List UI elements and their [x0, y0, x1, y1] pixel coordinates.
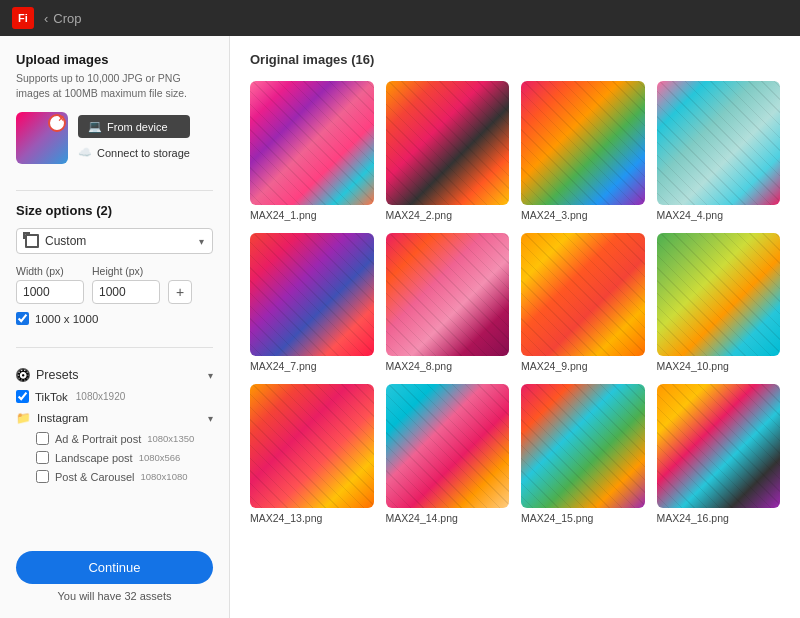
back-icon: ‹ [44, 11, 48, 26]
divider-1 [16, 190, 213, 191]
presets-section: ⚙ Presets TikTok 1080x1920 📁 Instagram [16, 364, 213, 486]
back-button[interactable]: ‹ Crop [44, 11, 82, 26]
height-input[interactable] [92, 280, 160, 304]
content-title: Original images (16) [250, 52, 780, 67]
from-device-button[interactable]: 💻 From device [78, 115, 190, 138]
continue-button[interactable]: Continue [16, 551, 213, 584]
image-thumbnail[interactable] [250, 233, 374, 357]
landscape-label: Landscape post [55, 452, 133, 464]
sidebar: Upload images Supports up to 10,000 JPG … [0, 36, 230, 618]
instagram-label: Instagram [37, 412, 88, 424]
carousel-label: Post & Carousel [55, 471, 134, 483]
tiktok-label: TikTok [35, 391, 68, 403]
topbar: Fi ‹ Crop [0, 0, 800, 36]
divider-2 [16, 347, 213, 348]
upload-thumbnail [16, 112, 68, 164]
list-item: MAX24_3.png [521, 81, 645, 221]
image-label: MAX24_10.png [657, 360, 781, 372]
size-options-section: Size options (2) Custom Width (px) Heigh… [16, 203, 213, 335]
image-thumbnail[interactable] [657, 233, 781, 357]
preset-item-instagram[interactable]: 📁 Instagram [16, 407, 213, 429]
ad-portrait-label: Ad & Portrait post [55, 433, 141, 445]
custom-dropdown[interactable]: Custom [16, 228, 213, 254]
list-item: MAX24_13.png [250, 384, 374, 524]
image-label: MAX24_13.png [250, 512, 374, 524]
assets-count: You will have 32 assets [16, 590, 213, 602]
upload-subtitle: Supports up to 10,000 JPG or PNG images … [16, 71, 213, 100]
list-item: MAX24_1.png [250, 81, 374, 221]
image-thumbnail[interactable] [521, 81, 645, 205]
dropdown-chevron-icon [199, 236, 204, 247]
custom-dropdown-left: Custom [25, 234, 86, 248]
custom-label: Custom [45, 234, 86, 248]
size-options-title: Size options (2) [16, 203, 213, 218]
presets-title: Presets [36, 368, 78, 382]
image-label: MAX24_15.png [521, 512, 645, 524]
image-thumbnail[interactable] [521, 384, 645, 508]
instagram-children: Ad & Portrait post 1080x1350 Landscape p… [16, 429, 213, 486]
image-label: MAX24_7.png [250, 360, 374, 372]
image-label: MAX24_2.png [386, 209, 510, 221]
upload-section: Upload images Supports up to 10,000 JPG … [16, 52, 213, 178]
preset-item-tiktok: TikTok 1080x1920 [16, 386, 213, 407]
from-device-label: From device [107, 121, 168, 133]
upload-buttons: 💻 From device ☁️ Connect to storage [78, 115, 190, 161]
height-label: Height (px) [92, 265, 160, 277]
image-thumbnail[interactable] [521, 233, 645, 357]
list-item: MAX24_14.png [386, 384, 510, 524]
instagram-chevron-icon [208, 413, 213, 424]
ad-portrait-size: 1080x1350 [147, 433, 194, 444]
image-thumbnail[interactable] [386, 384, 510, 508]
folder-icon: 📁 [16, 411, 31, 425]
carousel-size: 1080x1080 [140, 471, 187, 482]
connect-storage-button[interactable]: ☁️ Connect to storage [78, 144, 190, 161]
add-dimension-button[interactable]: + [168, 280, 192, 304]
image-label: MAX24_1.png [250, 209, 374, 221]
size-checkbox-row: 1000 x 1000 [16, 312, 213, 325]
image-thumbnail[interactable] [250, 384, 374, 508]
image-thumbnail[interactable] [657, 81, 781, 205]
image-label: MAX24_14.png [386, 512, 510, 524]
list-item: MAX24_9.png [521, 233, 645, 373]
size-checkbox-label: 1000 x 1000 [35, 313, 98, 325]
sidebar-footer: Continue You will have 32 assets [16, 539, 213, 602]
image-label: MAX24_9.png [521, 360, 645, 372]
presets-header-left: ⚙ Presets [16, 368, 78, 382]
image-thumbnail[interactable] [250, 81, 374, 205]
presets-chevron-icon [208, 370, 213, 381]
carousel-checkbox[interactable] [36, 470, 49, 483]
image-thumbnail[interactable] [386, 233, 510, 357]
list-item: MAX24_2.png [386, 81, 510, 221]
list-item: MAX24_8.png [386, 233, 510, 373]
image-label: MAX24_3.png [521, 209, 645, 221]
width-input[interactable] [16, 280, 84, 304]
list-item: MAX24_10.png [657, 233, 781, 373]
landscape-checkbox[interactable] [36, 451, 49, 464]
list-item: MAX24_4.png [657, 81, 781, 221]
presets-header[interactable]: ⚙ Presets [16, 364, 213, 386]
dimensions-row: Width (px) Height (px) + [16, 264, 213, 304]
topbar-title: Crop [53, 11, 81, 26]
image-thumbnail[interactable] [657, 384, 781, 508]
image-thumbnail[interactable] [386, 81, 510, 205]
width-group: Width (px) [16, 265, 84, 304]
device-icon: 💻 [88, 120, 102, 133]
preset-child-ad-portrait: Ad & Portrait post 1080x1350 [36, 429, 213, 448]
tiktok-size: 1080x1920 [76, 391, 126, 402]
tiktok-checkbox[interactable] [16, 390, 29, 403]
crop-icon [25, 234, 39, 248]
height-group: Height (px) [92, 265, 160, 304]
ad-portrait-checkbox[interactable] [36, 432, 49, 445]
connect-storage-label: Connect to storage [97, 147, 190, 159]
image-label: MAX24_4.png [657, 209, 781, 221]
list-item: MAX24_7.png [250, 233, 374, 373]
list-item: MAX24_16.png [657, 384, 781, 524]
content-area: Original images (16) MAX24_1.png MAX24_2… [230, 36, 800, 618]
upload-title: Upload images [16, 52, 213, 67]
image-grid: MAX24_1.png MAX24_2.png MAX24_3.png MAX2… [250, 81, 780, 524]
size-checkbox[interactable] [16, 312, 29, 325]
cloud-icon: ☁️ [78, 146, 92, 159]
width-label: Width (px) [16, 265, 84, 277]
landscape-size: 1080x566 [139, 452, 181, 463]
gear-icon: ⚙ [16, 368, 30, 382]
